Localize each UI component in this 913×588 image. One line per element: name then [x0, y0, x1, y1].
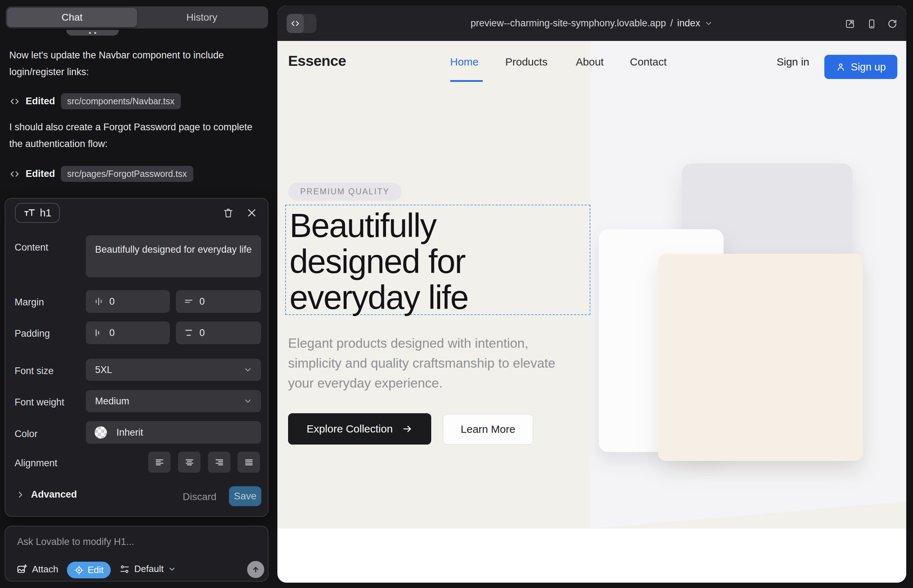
decor-cream-card	[658, 254, 863, 461]
hero-heading-line: everyday life	[290, 279, 468, 315]
edit-mode-button[interactable]: Edit	[67, 562, 111, 578]
chevron-down-icon	[704, 19, 713, 28]
edited-file-badge[interactable]: src/pages/ForgotPassword.tsx	[61, 166, 193, 182]
dot-icon	[89, 32, 91, 34]
color-swatch-transparent	[94, 426, 107, 439]
chevron-down-icon	[168, 565, 176, 573]
tab-chat[interactable]: Chat	[7, 8, 137, 27]
premium-quality-badge: PREMIUM QUALITY	[288, 183, 401, 201]
padding-horizontal-input[interactable]: 0	[86, 321, 170, 344]
sign-up-label: Sign up	[851, 61, 885, 73]
mode-label: Default	[134, 564, 163, 575]
chat-message: I should also create a Forgot Password p…	[9, 119, 255, 152]
arrow-right-icon	[402, 423, 413, 434]
hero-heading[interactable]: Beautifully designed for everyday life	[290, 207, 468, 315]
edit-label: Edit	[87, 564, 104, 575]
padding-horizontal-icon	[94, 328, 104, 338]
explore-collection-button[interactable]: Explore Collection	[288, 413, 431, 444]
save-button[interactable]: Save	[229, 486, 261, 506]
mode-select[interactable]: Default	[119, 564, 176, 575]
color-picker-field[interactable]: Inherit	[86, 421, 261, 444]
discard-button[interactable]: Discard	[183, 491, 217, 502]
chat-composer[interactable]: Ask Lovable to modify H1... Attach Edit …	[5, 526, 269, 582]
advanced-label: Advanced	[31, 489, 77, 500]
decor-diagonal-wedge	[590, 501, 906, 528]
margin-vertical-value: 0	[199, 296, 205, 307]
active-nav-underline	[450, 80, 483, 82]
hero-right-background	[590, 41, 906, 528]
preview-topbar: preview--charming-site-symphony.lovable.…	[277, 6, 906, 41]
align-left-button[interactable]	[148, 452, 170, 473]
code-icon	[9, 169, 20, 179]
margin-horizontal-value: 0	[109, 296, 115, 307]
preview-page: index	[677, 18, 701, 29]
attach-image-icon	[16, 564, 28, 575]
chevron-down-icon	[243, 365, 253, 375]
code-icon	[9, 96, 20, 107]
attach-label: Attach	[32, 564, 58, 575]
preview-url-bar[interactable]: preview--charming-site-symphony.lovable.…	[277, 6, 906, 41]
font-weight-label: Font weight	[15, 397, 65, 408]
padding-vertical-value: 0	[199, 328, 205, 339]
align-center-button[interactable]	[178, 452, 201, 473]
site-logo[interactable]: Essence	[288, 53, 346, 69]
hero-heading-line: Beautifully	[290, 207, 468, 244]
alignment-label: Alignment	[15, 458, 57, 469]
selected-element-tag[interactable]: h1	[15, 203, 60, 223]
delete-element-button[interactable]	[222, 207, 235, 219]
edited-label: Edited	[26, 168, 55, 179]
padding-horizontal-value: 0	[109, 328, 115, 339]
font-weight-select[interactable]: Medium	[86, 390, 261, 412]
padding-vertical-icon	[184, 328, 194, 338]
attach-button[interactable]: Attach	[16, 564, 58, 575]
explore-collection-label: Explore Collection	[307, 423, 393, 435]
refresh-button[interactable]	[887, 18, 898, 29]
close-panel-button[interactable]	[245, 207, 258, 219]
color-label: Color	[15, 428, 38, 439]
sidebar-tabbar: Chat History	[6, 6, 268, 29]
chevron-right-icon	[16, 491, 24, 499]
sign-up-button[interactable]: Sign up	[824, 55, 897, 79]
open-external-button[interactable]	[845, 18, 855, 29]
margin-horizontal-icon	[94, 297, 104, 307]
margin-horizontal-input[interactable]: 0	[86, 290, 170, 313]
align-right-button[interactable]	[208, 452, 230, 473]
font-size-value: 5XL	[95, 365, 112, 375]
font-weight-value: Medium	[95, 396, 129, 407]
preview-panel: preview--charming-site-symphony.lovable.…	[277, 6, 906, 583]
sign-in-link[interactable]: Sign in	[777, 56, 809, 68]
nav-link-products[interactable]: Products	[505, 56, 547, 68]
font-size-label: Font size	[15, 365, 54, 376]
padding-label: Padding	[15, 328, 50, 339]
edited-file-badge[interactable]: src/components/Navbar.tsx	[61, 93, 181, 109]
font-size-select[interactable]: 5XL	[86, 359, 261, 381]
tab-history[interactable]: History	[137, 8, 267, 27]
composer-input[interactable]: Ask Lovable to modify H1...	[17, 536, 134, 548]
margin-vertical-input[interactable]: 0	[176, 290, 261, 313]
content-input[interactable]: Beautifully designed for everyday life	[86, 235, 261, 277]
site-preview: Essence Home Products About Contact Sign…	[277, 41, 906, 583]
user-icon	[836, 62, 846, 72]
advanced-toggle[interactable]: Advanced	[16, 489, 77, 500]
file-edit-row[interactable]: Edited src/pages/ForgotPassword.tsx	[9, 166, 193, 182]
mobile-view-button[interactable]	[866, 18, 877, 29]
nav-link-about[interactable]: About	[576, 56, 604, 68]
url-separator: /	[670, 18, 673, 29]
dot-icon	[94, 32, 96, 34]
learn-more-button[interactable]: Learn More	[443, 414, 533, 445]
nav-link-home[interactable]: Home	[450, 56, 479, 68]
content-label: Content	[15, 242, 49, 253]
padding-vertical-input[interactable]: 0	[176, 321, 261, 344]
nav-link-contact[interactable]: Contact	[630, 56, 667, 68]
file-edit-row[interactable]: Edited src/components/Navbar.tsx	[9, 93, 181, 109]
text-type-icon	[24, 207, 36, 218]
edited-label: Edited	[26, 96, 55, 107]
align-justify-button[interactable]	[238, 452, 260, 473]
scrolled-message-pill	[66, 30, 119, 36]
element-editor-panel: h1 Content Beautifully designed for ever…	[5, 198, 269, 517]
element-tag-label: h1	[40, 207, 51, 219]
sliders-icon	[119, 564, 130, 575]
margin-vertical-icon	[184, 297, 194, 307]
send-button[interactable]	[247, 561, 264, 578]
chat-message: Now let's update the Navbar component to…	[9, 47, 255, 81]
